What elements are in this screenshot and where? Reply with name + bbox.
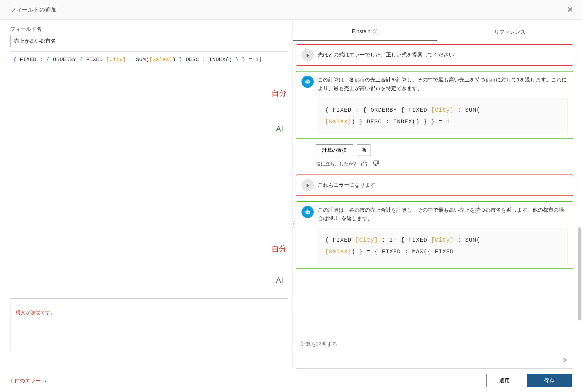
chat-message-ai: この計算は、各都市の売上合計を計算し、その中で最も高い売上を持つ都市名を返します… bbox=[296, 201, 573, 269]
message-text: この計算は、各都市の売上合計を計算し、その中で最も高い売上を持つ都市名を返します… bbox=[318, 206, 567, 223]
replace-calculation-button[interactable]: 計算の置換 bbox=[316, 144, 353, 156]
syntax-error-text: 構文が無効です。 bbox=[16, 310, 55, 315]
user-avatar: IF bbox=[301, 49, 314, 61]
field-name-label: フィールド名 bbox=[10, 26, 292, 33]
tabs: Einstein i リファレンス bbox=[293, 20, 582, 41]
annotation-ai-2: AI bbox=[276, 276, 283, 285]
dialog-header: フィールドの追加 ✕ bbox=[0, 0, 582, 20]
message-text: この計算は、各都市の売上合計を計算し、その中で最も高い売上を持つ都市に対して1を… bbox=[318, 76, 567, 93]
chevron-down-icon: ⌄ bbox=[42, 377, 47, 384]
svg-point-2 bbox=[306, 81, 307, 83]
tab-einstein[interactable]: Einstein i bbox=[293, 20, 437, 41]
annotation-ai-1: AI bbox=[276, 124, 283, 133]
info-icon[interactable]: i bbox=[373, 29, 378, 34]
message-text: これもエラーになります。 bbox=[318, 181, 567, 190]
chat-scroll[interactable]: IF先ほどの式はエラーでした。正しい式を提案してくださいこの計算は、各都市の売上… bbox=[293, 41, 582, 334]
message-text: 先ほどの式はエラーでした。正しい式を提案してください bbox=[318, 51, 567, 59]
svg-rect-1 bbox=[306, 81, 310, 84]
feedback-row: 役に立ちましたか? bbox=[296, 160, 573, 168]
svg-point-3 bbox=[308, 81, 309, 83]
thumbs-up-icon[interactable] bbox=[361, 160, 368, 168]
code-block: { FIXED : { ORDERBY { FIXED [City] : SUM… bbox=[318, 98, 567, 134]
chat-input[interactable] bbox=[301, 341, 562, 347]
svg-rect-7 bbox=[362, 163, 363, 166]
left-pane: フィールド名 { FIXED : { ORDERBY { FIXED [City… bbox=[0, 20, 292, 371]
code-block: { FIXED [City] : IF { FIXED [City] : SUM… bbox=[318, 228, 567, 264]
annotation-self-2: 自分 bbox=[272, 244, 287, 254]
ai-action-row: 計算の置換 bbox=[296, 144, 573, 156]
error-count-toggle[interactable]: 1 件のエラー ⌄ bbox=[10, 377, 47, 384]
send-icon[interactable]: ➤ bbox=[562, 355, 568, 364]
feedback-label: 役に立ちましたか? bbox=[316, 161, 356, 167]
copy-icon[interactable] bbox=[357, 144, 370, 156]
message-body: 先ほどの式はエラーでした。正しい式を提案してください bbox=[318, 51, 567, 59]
message-body: この計算は、各都市の売上合計を計算し、その中で最も高い売上を持つ都市に対して1を… bbox=[318, 76, 567, 134]
tab-reference-label: リファレンス bbox=[494, 29, 526, 35]
svg-rect-4 bbox=[307, 79, 308, 80]
field-name-input[interactable] bbox=[10, 35, 288, 47]
formula-editor[interactable]: { FIXED : { ORDERBY { FIXED [City] : SUM… bbox=[10, 51, 288, 299]
close-icon[interactable]: ✕ bbox=[567, 5, 573, 14]
error-count-label: 1 件のエラー bbox=[10, 377, 41, 384]
collapse-panel-icon[interactable]: 〈 bbox=[290, 220, 295, 228]
apply-button[interactable]: 適用 bbox=[486, 374, 523, 387]
syntax-error-box: 構文が無効です。 bbox=[10, 303, 288, 351]
dialog-title: フィールドの追加 bbox=[10, 6, 57, 14]
chat-input-container: ➤ bbox=[296, 337, 573, 369]
user-avatar: IF bbox=[301, 179, 314, 191]
annotation-self-1: 自分 bbox=[272, 88, 287, 98]
svg-point-11 bbox=[306, 211, 307, 213]
tab-reference[interactable]: リファレンス bbox=[437, 20, 582, 41]
chat-message-user: IF先ほどの式はエラーでした。正しい式を提案してください bbox=[296, 44, 573, 66]
thumbs-down-icon[interactable] bbox=[373, 160, 379, 168]
svg-rect-13 bbox=[307, 209, 308, 211]
caret: | bbox=[259, 56, 262, 63]
chat-message-user: IFこれもエラーになります。 bbox=[296, 174, 573, 196]
svg-point-12 bbox=[308, 211, 309, 213]
save-button[interactable]: 保存 bbox=[527, 374, 572, 387]
right-pane: Einstein i リファレンス IF先ほどの式はエラーでした。正しい式を提案… bbox=[292, 20, 582, 371]
tab-einstein-label: Einstein bbox=[352, 28, 370, 34]
svg-rect-10 bbox=[306, 211, 310, 214]
message-body: これもエラーになります。 bbox=[318, 181, 567, 190]
chat-message-ai: この計算は、各都市の売上合計を計算し、その中で最も高い売上を持つ都市に対して1を… bbox=[296, 71, 573, 139]
scrollbar-thumb[interactable] bbox=[578, 227, 581, 320]
main-body: フィールド名 { FIXED : { ORDERBY { FIXED [City… bbox=[0, 20, 582, 371]
footer: 1 件のエラー ⌄ 適用 保存 bbox=[0, 369, 582, 392]
einstein-avatar-icon bbox=[301, 206, 314, 218]
einstein-avatar-icon bbox=[301, 76, 314, 88]
svg-rect-8 bbox=[377, 161, 379, 163]
message-body: この計算は、各都市の売上合計を計算し、その中で最も高い売上を持つ都市名を返します… bbox=[318, 206, 567, 265]
